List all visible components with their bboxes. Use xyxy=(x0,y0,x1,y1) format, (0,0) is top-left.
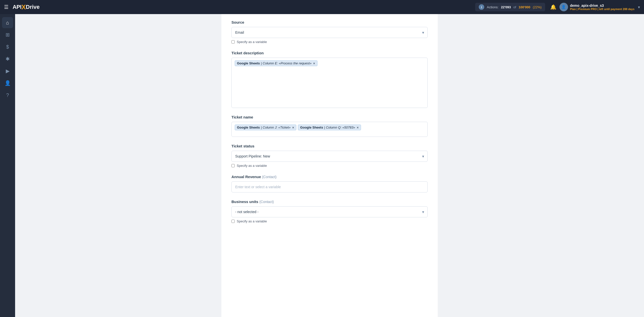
source-label: Source xyxy=(231,20,428,24)
ticket-name-label: Ticket name xyxy=(231,115,428,119)
business-units-group: Business units (Contact) - not selected … xyxy=(231,200,428,223)
source-variable-checkbox[interactable] xyxy=(231,40,235,44)
sidebar-item-help[interactable]: ? xyxy=(2,90,13,101)
sidebar-item-home[interactable]: ⌂ xyxy=(2,17,13,28)
topnav: ☰ API X Drive i Actions: 22'093 of 100'0… xyxy=(0,0,644,14)
ticket-name-group: Ticket name Google Sheets | Column J: «T… xyxy=(231,115,428,137)
sidebar: ⌂ ⊞ $ ✱ ▶ 👤 ? xyxy=(0,14,15,317)
ticket-description-label: Ticket description xyxy=(231,51,428,55)
tag-source: Google Sheets xyxy=(300,126,323,129)
tag-detail: | Column Q: «50783» xyxy=(324,126,355,129)
sidebar-item-billing[interactable]: $ xyxy=(2,41,13,52)
main-layout: ⌂ ⊞ $ ✱ ▶ 👤 ? Source EmailPhoneChatWeb ▾… xyxy=(0,14,644,317)
user-plan: Plan | Premium PRO | left until payment … xyxy=(570,8,634,11)
business-units-variable-checkbox[interactable] xyxy=(231,220,235,223)
user-info: demo_apix-drive_s3 Plan | Premium PRO | … xyxy=(570,4,634,11)
business-units-label: Business units (Contact) xyxy=(231,200,428,204)
annual-revenue-group: Annual Revenue (Contact) xyxy=(231,175,428,192)
ticket-description-group: Ticket description Google Sheets | Colum… xyxy=(231,51,428,108)
annual-revenue-input[interactable] xyxy=(231,181,428,192)
logo: API X Drive xyxy=(13,3,40,11)
tag-close-icon[interactable]: × xyxy=(357,126,359,129)
actions-total: 100'000 xyxy=(519,5,530,9)
sidebar-item-video[interactable]: ▶ xyxy=(2,65,13,76)
business-units-sublabel: (Contact) xyxy=(259,200,274,204)
ticket-status-select[interactable]: Support Pipeline: NewSupport Pipeline: I… xyxy=(231,151,428,162)
ticket-status-variable-checkbox[interactable] xyxy=(231,164,235,167)
chevron-down-icon: ▾ xyxy=(638,5,640,10)
annual-revenue-label: Annual Revenue (Contact) xyxy=(231,175,428,179)
ticket-description-tag-0: Google Sheets | Column E: «Process the r… xyxy=(235,60,317,66)
info-icon: i xyxy=(479,4,484,10)
logo-x: X xyxy=(21,3,26,11)
source-select-wrapper: EmailPhoneChatWeb ▾ xyxy=(231,27,428,38)
user-menu[interactable]: 👤 demo_apix-drive_s3 Plan | Premium PRO … xyxy=(559,3,640,11)
source-field-group: Source EmailPhoneChatWeb ▾ Specify as a … xyxy=(231,20,428,44)
ticket-status-variable-row: Specify as a variable xyxy=(231,164,428,168)
actions-used: 22'093 xyxy=(501,5,511,9)
actions-label: Actions: xyxy=(487,5,498,9)
tag-detail: | Column J: «Ticket» xyxy=(261,126,291,129)
ticket-status-group: Ticket status Support Pipeline: NewSuppo… xyxy=(231,144,428,168)
source-select[interactable]: EmailPhoneChatWeb xyxy=(231,27,428,38)
actions-of: of xyxy=(513,5,516,9)
avatar: 👤 xyxy=(559,3,568,11)
ticket-name-input[interactable]: Google Sheets | Column J: «Ticket» × Goo… xyxy=(231,122,428,137)
actions-pct: (22%) xyxy=(533,5,542,9)
source-variable-row: Specify as a variable xyxy=(231,40,428,44)
annual-revenue-sublabel: (Contact) xyxy=(262,175,277,179)
content-area: Source EmailPhoneChatWeb ▾ Specify as a … xyxy=(15,14,644,317)
ticket-name-tag-1: Google Sheets | Column Q: «50783» × xyxy=(298,125,361,130)
ticket-status-select-wrapper: Support Pipeline: NewSupport Pipeline: I… xyxy=(231,151,428,162)
business-units-variable-label[interactable]: Specify as a variable xyxy=(237,219,267,223)
ticket-description-input[interactable]: Google Sheets | Column E: «Process the r… xyxy=(231,58,428,108)
hamburger-menu[interactable]: ☰ xyxy=(4,4,9,10)
logo-drive: Drive xyxy=(26,4,40,10)
business-units-select-wrapper: - not selected -Unit 1Unit 2 ▾ xyxy=(231,206,428,217)
source-variable-label[interactable]: Specify as a variable xyxy=(237,40,267,44)
business-units-variable-row: Specify as a variable xyxy=(231,219,428,223)
tag-close-icon[interactable]: × xyxy=(292,126,294,129)
sidebar-item-diagram[interactable]: ⊞ xyxy=(2,29,13,40)
sidebar-item-user[interactable]: 👤 xyxy=(2,77,13,89)
user-name: demo_apix-drive_s3 xyxy=(570,4,634,8)
tag-detail: | Column E: «Process the request» xyxy=(261,61,311,65)
ticket-status-label: Ticket status xyxy=(231,144,428,148)
tag-close-icon[interactable]: × xyxy=(313,62,315,65)
notifications-bell-icon[interactable]: 🔔 xyxy=(550,4,556,10)
logo-api: API xyxy=(13,4,21,10)
business-units-select[interactable]: - not selected -Unit 1Unit 2 xyxy=(231,206,428,217)
tag-source: Google Sheets xyxy=(237,61,260,65)
sidebar-item-briefcase[interactable]: ✱ xyxy=(2,53,13,64)
tag-source: Google Sheets xyxy=(237,126,260,129)
ticket-status-variable-label[interactable]: Specify as a variable xyxy=(237,164,267,168)
actions-counter: i Actions: 22'093 of 100'000 (22%) xyxy=(475,3,545,11)
ticket-name-tag-0: Google Sheets | Column J: «Ticket» × xyxy=(235,125,296,130)
form-panel: Source EmailPhoneChatWeb ▾ Specify as a … xyxy=(221,14,438,317)
